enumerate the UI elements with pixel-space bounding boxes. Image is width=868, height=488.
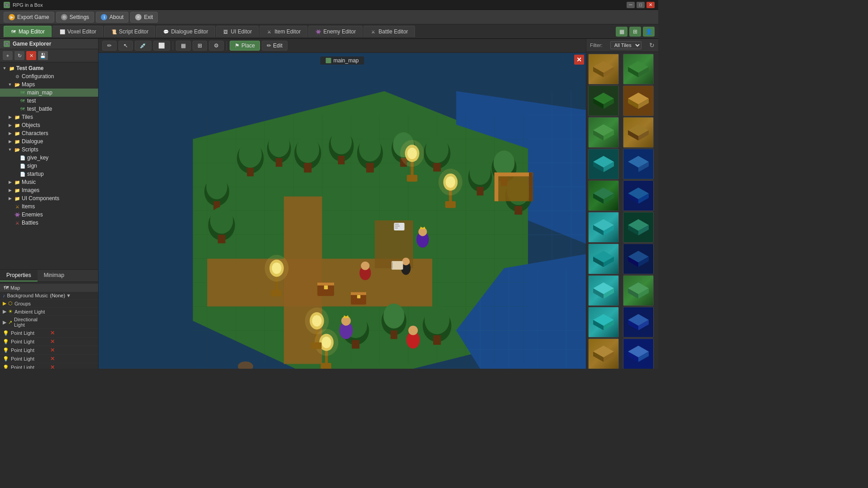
tile-item[interactable] [623,149,654,179]
tile-item[interactable] [623,275,654,306]
tile-item[interactable] [623,117,654,148]
delete-point-light-4[interactable]: ✕ [50,356,55,362]
tree-item-images[interactable]: ▶ 📁 Images [0,186,98,194]
map-close-button[interactable]: ✕ [574,55,584,65]
prop-row-bg-music[interactable]: ♪ Background Music (None) ▼ [0,292,98,300]
minimize-button[interactable]: ─ [627,2,635,8]
center-area: ✏ ↖ 💉 ⬜ ▦ ⊞ ⚙ ⚑ Place [99,39,586,369]
prop-row-ambient[interactable]: ▶ ☀ Ambient Light [0,308,98,316]
delete-point-light-3[interactable]: ✕ [50,347,55,353]
tab-item-editor[interactable]: ⚔ Item Editor [259,26,307,37]
map-viewport[interactable]: main_map ✕ [99,53,586,369]
prop-row-point-light-1[interactable]: 💡 Point Light ✕ [0,329,98,338]
tree-item-battles[interactable]: ⚔ Battles [0,219,98,227]
tile-item[interactable] [623,307,654,338]
tree-item-scripts[interactable]: ▼ 📂 Scripts [0,145,98,154]
tile-item[interactable] [623,244,654,274]
tab-enemy-editor[interactable]: 👾 Enemy Editor [308,26,363,37]
eyedropper-tool-button[interactable]: 💉 [135,41,151,51]
tile-item[interactable] [588,54,619,84]
tree-item-enemies[interactable]: 👾 Enemies [0,211,98,219]
view-person-button[interactable]: 👤 [643,27,655,37]
prop-row-point-light-5[interactable]: 💡 Point Light ✕ [0,363,98,369]
tab-script-editor[interactable]: 📜 Script Editor [104,26,155,37]
eraser-tool-button[interactable]: ⬜ [153,41,170,51]
tree-item-ui-components[interactable]: ▶ 📁 UI Components [0,194,98,202]
select-tool-button[interactable]: ↖ [118,41,133,51]
about-button[interactable]: ℹ About [96,12,128,23]
tree-item-characters[interactable]: ▶ 📁 Characters [0,129,98,137]
tree-item-main-map[interactable]: 🗺 main_map [0,89,98,97]
delete-point-light-1[interactable]: ✕ [50,330,55,336]
prop-row-point-light-4[interactable]: 💡 Point Light ✕ [0,355,98,363]
tile-filter-select[interactable]: All Tiles Ground Water Wall [610,41,642,49]
tile-item[interactable] [623,180,654,211]
tree-item-maps[interactable]: ▼ 📂 Maps [0,80,98,89]
tree-item-tiles[interactable]: ▶ 📁 Tiles [0,113,98,121]
prop-row-directional[interactable]: ▶ ↗ Directional Light [0,316,98,329]
exit-button[interactable]: ✕ Exit [130,12,158,23]
maximize-button[interactable]: □ [637,2,645,8]
delete-point-light-2[interactable]: ✕ [50,338,55,345]
tab-ui-editor[interactable]: 🖼 UI Editor [216,26,259,37]
draw-tool-button[interactable]: ✏ [102,41,117,51]
prop-row-point-light-3[interactable]: 💡 Point Light ✕ [0,346,98,355]
tile-item[interactable] [588,275,619,306]
tree-item-test-battle[interactable]: 🗺 test_battle [0,105,98,113]
prop-row-point-light-2[interactable]: 💡 Point Light ✕ [0,338,98,346]
tile-item[interactable] [588,244,619,274]
tree-item-give-key[interactable]: 📄 give_key [0,154,98,162]
tab-battle-label: Battle Editor [378,28,408,35]
place-mode-button[interactable]: ⚑ Place [230,41,260,51]
tile-item[interactable] [623,338,654,369]
close-button[interactable]: ✕ [646,2,655,8]
view-layout-button[interactable]: ⊞ [629,27,641,37]
tile-item[interactable] [588,338,619,369]
tile-item[interactable] [623,85,654,116]
tab-map-editor[interactable]: 🗺 Map Editor [4,26,52,37]
tab-minimap[interactable]: Minimap [38,270,71,282]
tree-item-test[interactable]: 🗺 test [0,97,98,105]
edit-mode-button[interactable]: ✏ Edit [262,41,288,51]
prop-row-groups[interactable]: ▶ ⬡ Groups [0,300,98,308]
tile-item[interactable] [623,212,654,243]
refresh-button[interactable]: ↻ [14,51,24,60]
tree-item-items[interactable]: ⚔ Items [0,202,98,211]
tree-item-dialogue[interactable]: ▶ 📁 Dialogue [0,137,98,145]
map-settings-button[interactable]: ⚙ [209,41,224,51]
delete-button[interactable]: ✕ [26,51,36,60]
tab-properties[interactable]: Properties [0,270,38,282]
tab-dialogue-editor[interactable]: 💬 Dialogue Editor [156,26,215,37]
view-grid-button[interactable]: ▦ [616,27,627,37]
new-item-button[interactable]: + [3,51,13,60]
tile-item[interactable] [588,149,619,179]
tree-item-startup[interactable]: 📄 startup [0,170,98,178]
fit-icon: ⊞ [198,42,202,49]
tile-item[interactable] [623,54,654,84]
save-button[interactable]: 💾 [38,51,48,60]
tree-item-configuration[interactable]: ⚙ Configuration [0,72,98,80]
svg-point-48 [425,136,448,163]
tile-item[interactable] [588,180,619,211]
grid-toggle-button[interactable]: ▦ [176,41,191,51]
settings-button[interactable]: ⚙ Settings [56,12,94,23]
tree-item-root[interactable]: ▼ 📁 Test Game [0,64,98,72]
tile-item[interactable] [588,212,619,243]
fit-view-button[interactable]: ⊞ [193,41,207,51]
tab-battle-editor[interactable]: ⚔ Battle Editor [363,26,415,37]
tree-item-objects[interactable]: ▶ 📁 Objects [0,121,98,129]
tree-item-sign[interactable]: 📄 sign [0,162,98,170]
tree-item-music[interactable]: ▶ 📁 Music [0,178,98,186]
tile-item[interactable] [588,117,619,148]
export-game-button[interactable]: ▶ Export Game [4,12,54,23]
delete-point-light-5[interactable]: ✕ [50,364,55,369]
toolbar-separator-1 [173,41,173,50]
refresh-tiles-button[interactable]: ↻ [649,42,655,49]
tile-item[interactable] [588,85,619,116]
prop-label: Groups [14,301,31,306]
map-toolbar: ✏ ↖ 💉 ⬜ ▦ ⊞ ⚙ ⚑ Place [99,39,586,53]
expand-arrow [13,155,18,160]
tab-voxel-editor[interactable]: ⬜ Voxel Editor [52,26,103,37]
tile-item[interactable] [588,307,619,338]
dropdown-arrow[interactable]: ▼ [66,293,71,298]
